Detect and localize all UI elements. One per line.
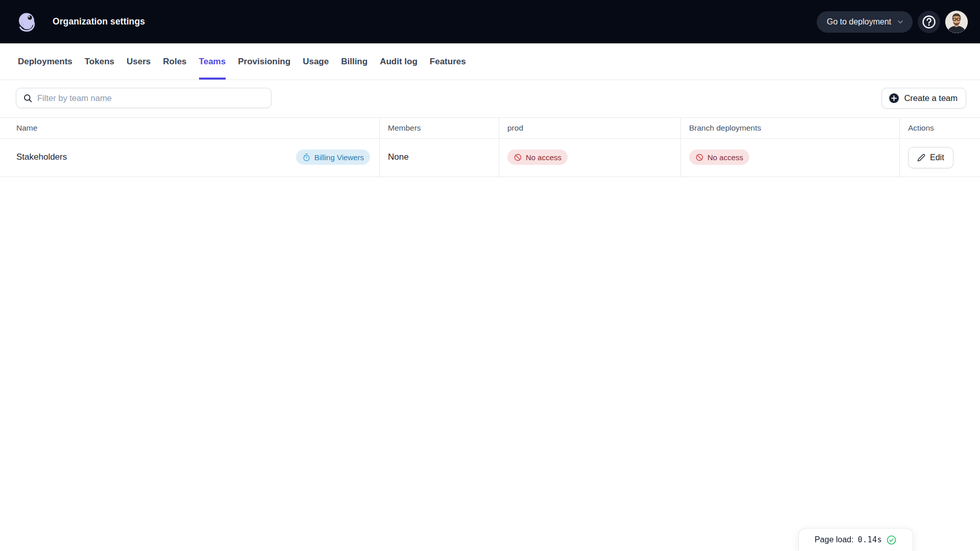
tab-tokens[interactable]: Tokens — [85, 43, 114, 80]
team-filter-box — [16, 88, 272, 108]
tab-usage[interactable]: Usage — [303, 43, 329, 80]
go-to-deployment-button[interactable]: Go to deployment — [817, 11, 913, 33]
create-team-label: Create a team — [904, 93, 958, 103]
table-header-row: Name Members prod Branch deployments Act… — [0, 117, 980, 139]
tab-teams[interactable]: Teams — [199, 43, 226, 80]
no-access-ban-icon — [513, 153, 522, 162]
column-header-prod: prod — [499, 118, 681, 138]
branch-access-badge: No access — [689, 149, 749, 165]
page-load-label: Page load: — [815, 535, 854, 544]
tab-users[interactable]: Users — [127, 43, 151, 80]
tab-features[interactable]: Features — [430, 43, 466, 80]
octopus-logo-icon[interactable] — [16, 11, 38, 33]
edit-team-button[interactable]: Edit — [908, 147, 953, 168]
edit-label: Edit — [930, 153, 944, 162]
table-row: Stakeholders Billing Viewers None No acc… — [0, 139, 980, 177]
settings-tab-bar: Deployments Tokens Users Roles Teams Pro… — [0, 43, 980, 80]
top-bar: Organization settings Go to deployment — [0, 0, 980, 43]
team-filter-input[interactable] — [37, 93, 265, 103]
tab-provisioning[interactable]: Provisioning — [238, 43, 290, 80]
search-icon — [23, 93, 33, 103]
column-header-name: Name — [0, 118, 380, 138]
prod-access-badge: No access — [507, 149, 568, 165]
help-button[interactable] — [918, 11, 940, 33]
check-circle-icon — [886, 535, 897, 545]
page-load-toast: Page load: 0.14s — [798, 528, 913, 551]
column-header-members: Members — [380, 118, 499, 138]
members-value: None — [388, 149, 409, 165]
tab-audit-log[interactable]: Audit log — [380, 43, 418, 80]
team-name: Stakeholders — [16, 149, 67, 165]
tab-roles[interactable]: Roles — [163, 43, 186, 80]
no-access-ban-icon — [695, 153, 704, 162]
page-title: Organization settings — [53, 16, 145, 27]
page-load-value: 0.14s — [857, 535, 882, 544]
column-header-branch-deployments: Branch deployments — [681, 118, 900, 138]
pencil-icon — [917, 154, 925, 162]
teams-toolbar: Create a team — [0, 80, 980, 117]
go-to-deployment-label: Go to deployment — [827, 17, 891, 27]
plus-circle-icon — [889, 93, 899, 104]
user-avatar[interactable] — [945, 11, 968, 33]
create-team-button[interactable]: Create a team — [881, 88, 966, 109]
tab-billing[interactable]: Billing — [341, 43, 368, 80]
tab-deployments[interactable]: Deployments — [18, 43, 72, 80]
teams-table: Name Members prod Branch deployments Act… — [0, 117, 980, 177]
stopwatch-icon — [302, 153, 311, 162]
help-icon — [921, 14, 937, 30]
team-role-badge: Billing Viewers — [296, 149, 370, 165]
chevron-down-icon — [896, 18, 904, 26]
column-header-actions: Actions — [900, 118, 980, 138]
